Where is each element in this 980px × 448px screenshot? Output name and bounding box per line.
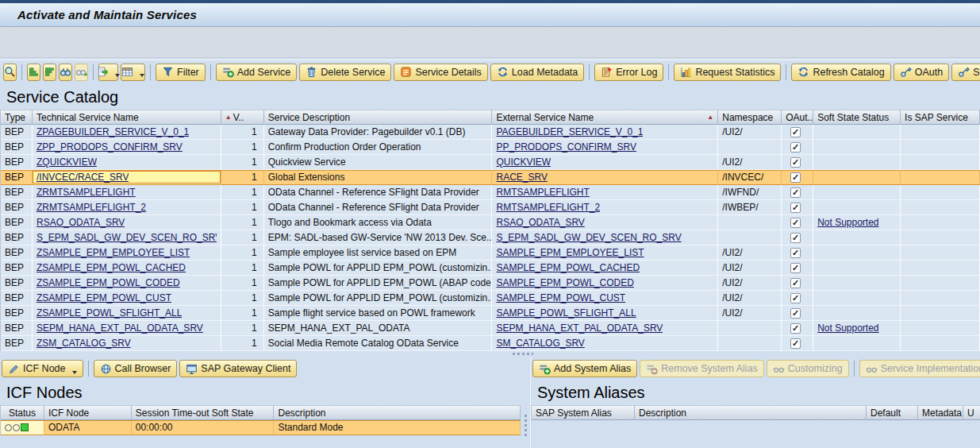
column-default[interactable]: Default: [867, 405, 918, 420]
external-service-name-link[interactable]: PAGEBUILDER_SERVICE_V_0_1: [496, 126, 643, 137]
cell-external-service-name[interactable]: SM_CATALOG_SRV: [492, 336, 718, 351]
cell-type[interactable]: BEP: [1, 276, 33, 291]
technical-service-name-link[interactable]: S_EPM_SADL_GW_DEV_SCEN_RO_SRV: [37, 232, 217, 243]
cell-type[interactable]: BEP: [1, 291, 33, 306]
external-service-name-link[interactable]: SEPM_HANA_EXT_PAL_ODATA_SRV: [496, 322, 663, 334]
cell-icf-node[interactable]: ODATA: [44, 421, 132, 434]
cell-external-service-name[interactable]: RMTSAMPLEFLIGHT_2: [492, 200, 718, 215]
external-service-name-link[interactable]: RMTSAMPLEFLIGHT: [496, 187, 589, 198]
table-row[interactable]: BEP RSAO_ODATA_SRV 1 Tlogo and Bookmark …: [1, 215, 980, 230]
delete-service-button[interactable]: Delete Service: [299, 64, 391, 81]
cell-service-description[interactable]: Tlogo and Bookmark access via Odata: [264, 215, 493, 230]
cell-type[interactable]: BEP: [1, 140, 33, 155]
cell-soft-state-status[interactable]: [813, 291, 901, 306]
cell-session-timeout[interactable]: 00:00:00: [132, 421, 275, 434]
find-next-button[interactable]: [75, 64, 88, 81]
cell-version[interactable]: 1: [221, 155, 264, 170]
cell-soft-state-status[interactable]: [813, 245, 901, 261]
table-row[interactable]: BEP ZRMTSAMPLEFLIGHT_2 1 OData Channel -…: [1, 200, 980, 215]
cell-service-description[interactable]: Global Extensions: [264, 171, 493, 184]
cell-namespace[interactable]: /UI2/: [718, 306, 782, 321]
cell-technical-service-name[interactable]: ZSAMPLE_EPM_EMPLOYEE_LIST: [33, 245, 221, 261]
oauth-checkbox[interactable]: [790, 142, 801, 153]
table-row[interactable]: BEP ZSM_CATALOG_SRV 1 Social Media Remot…: [1, 336, 980, 351]
column-is-sap-service[interactable]: Is SAP Service: [901, 110, 980, 125]
cell-technical-service-name[interactable]: ZSAMPLE_POWL_SFLIGHT_ALL: [33, 306, 221, 321]
column-service-description[interactable]: Service Description: [264, 110, 493, 125]
table-row[interactable]: BEP ZQUICKVIEW 1 Quickview Service QUICK…: [1, 155, 980, 170]
cell-technical-service-name[interactable]: ZRMTSAMPLEFLIGHT: [33, 185, 221, 200]
cell-soft-state-status[interactable]: [813, 336, 901, 351]
cell-technical-service-name[interactable]: ZSM_CATALOG_SRV: [33, 336, 221, 351]
cell-service-description[interactable]: Gateway Data Provider: Pagebuilder v0.1 …: [264, 125, 493, 140]
request-statistics-button[interactable]: Request Statistics: [674, 64, 781, 81]
technical-service-name-link[interactable]: ZSAMPLE_EPM_POWL_CODED: [37, 277, 180, 288]
oauth-checkbox[interactable]: [790, 263, 801, 273]
cell-soft-state-status[interactable]: [813, 155, 901, 170]
cell-service-description[interactable]: Sample flight service based on POWL fram…: [264, 306, 493, 321]
cell-type[interactable]: BEP: [1, 321, 33, 336]
table-row[interactable]: BEP ZPAGEBUILDER_SERVICE_V_0_1 1 Gateway…: [1, 125, 980, 140]
cell-version[interactable]: 1: [221, 140, 264, 155]
table-row[interactable]: BEP ZSAMPLE_EPM_POWL_CODED 1 Sample POWL…: [1, 276, 980, 291]
cell-version[interactable]: 1: [221, 321, 264, 336]
cell-namespace[interactable]: /UI2/: [718, 125, 782, 140]
cell-soft-state-status[interactable]: [813, 185, 901, 200]
cell-version[interactable]: 1: [221, 230, 264, 245]
cell-soft-state-status[interactable]: [813, 200, 901, 215]
column-type[interactable]: Type: [1, 110, 33, 125]
cell-version[interactable]: 1: [221, 125, 264, 140]
cell-namespace[interactable]: /UI2/: [718, 276, 782, 291]
cell-oauth[interactable]: [782, 291, 813, 306]
cell-namespace[interactable]: [718, 230, 782, 245]
technical-service-name-link[interactable]: ZSM_CATALOG_SRV: [37, 338, 131, 349]
technical-service-name-link[interactable]: ZSAMPLE_POWL_SFLIGHT_ALL: [37, 307, 182, 319]
column-partial[interactable]: U: [963, 405, 980, 420]
cell-is-sap-service[interactable]: [901, 230, 980, 245]
column-metadata[interactable]: Metadata: [918, 405, 963, 420]
cell-soft-state-status[interactable]: [813, 276, 901, 291]
cell-namespace[interactable]: [718, 336, 782, 351]
cell-namespace[interactable]: /UI2/: [718, 245, 782, 261]
table-row[interactable]: BEP /INVCEC/RACE_SRV 1 Global Extensions…: [1, 170, 980, 185]
external-service-name-link[interactable]: RACE_SRV: [496, 172, 547, 183]
cell-external-service-name[interactable]: PAGEBUILDER_SERVICE_V_0_1: [492, 125, 718, 140]
cell-external-service-name[interactable]: RSAO_ODATA_SRV: [492, 215, 718, 230]
cell-oauth[interactable]: [782, 336, 813, 351]
cell-namespace[interactable]: [718, 215, 782, 230]
cell-service-description[interactable]: Confirm Production Order Operation: [264, 140, 493, 155]
cell-external-service-name[interactable]: SAMPLE_EPM_POWL_CUST: [492, 291, 718, 306]
technical-service-name-link[interactable]: ZPAGEBUILDER_SERVICE_V_0_1: [37, 126, 189, 137]
technical-service-name-link[interactable]: ZSAMPLE_EPM_EMPLOYEE_LIST: [37, 247, 190, 258]
table-row[interactable]: BEP SEPM_HANA_EXT_PAL_ODATA_SRV 1 SEPM_H…: [1, 321, 980, 336]
technical-service-name-link[interactable]: /INVCEC/RACE_SRV: [37, 172, 129, 183]
display-details-button[interactable]: [3, 64, 17, 81]
cell-is-sap-service[interactable]: [901, 215, 980, 230]
customizing-button[interactable]: Customizing: [767, 360, 849, 377]
technical-service-name-link[interactable]: ZPP_PRODOPS_CONFIRM_SRV: [37, 141, 183, 153]
column-soft-state-status[interactable]: Soft State Status: [813, 110, 901, 125]
oauth-checkbox[interactable]: [790, 293, 801, 303]
cell-technical-service-name[interactable]: ZRMTSAMPLEFLIGHT_2: [33, 200, 221, 215]
sort-descending-button[interactable]: [43, 64, 56, 81]
technical-service-name-link[interactable]: ZSAMPLE_EPM_POWL_CACHED: [37, 262, 186, 273]
external-service-name-link[interactable]: PP_PRODOPS_CONFIRM_SRV: [496, 141, 636, 153]
cell-is-sap-service[interactable]: [901, 276, 980, 291]
soft-state-button[interactable]: Soft State: [951, 64, 980, 81]
column-oauth[interactable]: OAut..: [782, 110, 813, 125]
cell-oauth[interactable]: [782, 276, 813, 291]
cell-is-sap-service[interactable]: [901, 245, 980, 261]
cell-description[interactable]: Standard Mode: [274, 421, 521, 434]
cell-is-sap-service[interactable]: [901, 321, 980, 336]
filter-button[interactable]: Filter: [156, 64, 206, 81]
cell-version[interactable]: 1: [221, 306, 264, 321]
cell-is-sap-service[interactable]: [901, 171, 980, 184]
column-sap-system-alias[interactable]: SAP System Alias: [532, 405, 635, 420]
cell-technical-service-name[interactable]: S_EPM_SADL_GW_DEV_SCEN_RO_SRV: [33, 230, 221, 245]
cell-type[interactable]: BEP: [1, 245, 33, 261]
soft-state-status-link[interactable]: Not Supported: [817, 322, 878, 334]
column-description[interactable]: Description: [274, 405, 521, 420]
oauth-checkbox[interactable]: [790, 157, 801, 168]
table-row[interactable]: BEP S_EPM_SADL_GW_DEV_SCEN_RO_SRV 1 EPM:…: [1, 230, 980, 245]
technical-service-name-link[interactable]: ZRMTSAMPLEFLIGHT: [37, 187, 136, 198]
